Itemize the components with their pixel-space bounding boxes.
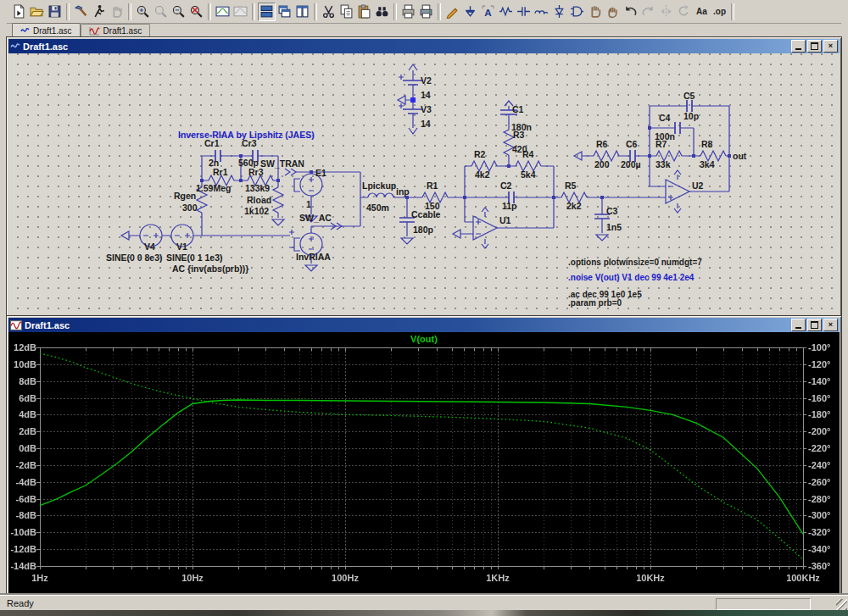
copy-button[interactable] [338, 3, 355, 21]
drag-button[interactable] [604, 3, 622, 21]
inductor-button[interactable] [533, 3, 550, 21]
status-panel [716, 598, 811, 610]
e1-name: E1 [315, 168, 326, 178]
zoom-in-button[interactable] [134, 3, 152, 21]
trace-label[interactable]: V(out) [8, 334, 840, 344]
lpickup-name: Lpickup [362, 180, 396, 191]
diode-button[interactable] [550, 3, 568, 21]
ccable-value: 180p [413, 225, 433, 235]
axis-tick-label: 100KHz [769, 573, 837, 583]
waveform-plot[interactable] [8, 332, 836, 593]
halt-button[interactable] [108, 3, 126, 21]
tile-vertical-button[interactable] [293, 3, 311, 21]
tab-waveform[interactable]: Draft1.asc [81, 24, 151, 37]
v4-name: V4 [144, 241, 155, 252]
open-file-button[interactable] [28, 3, 46, 21]
mirror-icon [659, 4, 673, 19]
print-button[interactable] [417, 3, 435, 21]
toolbar-separator [438, 3, 441, 20]
print-preview-button[interactable] [399, 3, 417, 21]
component-button[interactable] [568, 3, 586, 21]
component-u2[interactable] [666, 180, 689, 203]
schematic-canvas[interactable]: Inverse-RIAA by Lipshitz (JAES) V2 14 V3… [8, 53, 840, 314]
save-button[interactable] [46, 3, 64, 21]
selected-node-marker[interactable] [410, 97, 416, 103]
pencil-icon [445, 4, 460, 19]
undo-button[interactable] [622, 3, 639, 21]
zoom-back-button[interactable] [152, 3, 170, 21]
text-icon: Aa [696, 8, 707, 16]
rotate-button[interactable] [675, 3, 693, 21]
resize-grip[interactable] [836, 599, 847, 610]
zoom-out-button[interactable] [170, 3, 187, 21]
cascade-windows-button[interactable] [276, 3, 293, 21]
toolbar: A Aa .op [7, 0, 841, 24]
axis-tick-label: -320° [808, 527, 830, 537]
capacitor-plates[interactable] [215, 80, 692, 222]
text-button[interactable]: Aa [693, 3, 711, 21]
net-label-button[interactable]: A [479, 3, 497, 21]
minimize-icon [795, 327, 801, 329]
zoom-in-icon [136, 4, 150, 19]
waveform-tab-icon [89, 26, 100, 36]
waveform-plot-area: V(out) 12dB10dB8dB6dB4dB2dB0dB-2dB-4dB-6… [8, 332, 840, 593]
find-button[interactable] [373, 3, 391, 21]
tile-horizontal-button[interactable] [258, 3, 276, 21]
tab-schematic[interactable]: Draft1.asc [12, 23, 81, 37]
axis-tick-label: 1KHz [464, 573, 532, 583]
axis-tick-label: -12dB [8, 544, 36, 554]
spice-directive-icon: .op [713, 8, 726, 16]
close-button[interactable]: × [823, 40, 838, 53]
move-hand-icon [588, 4, 602, 19]
tile-horizontal-icon [259, 4, 274, 19]
toolbar-separator [128, 3, 131, 20]
v2-value: 14 [421, 90, 431, 100]
r4-value: 5k4 [521, 169, 536, 180]
component-u1[interactable] [473, 216, 497, 240]
ground-button[interactable] [461, 3, 479, 21]
move-button[interactable] [586, 3, 604, 21]
new-schematic-button[interactable] [10, 3, 28, 21]
ltspice-window: A Aa .op Draft1.asc Draft1.asc Draft1.as… [0, 0, 848, 616]
scissors-icon [321, 4, 336, 19]
spice-directive-button[interactable]: .op [711, 3, 728, 21]
capacitor-button[interactable] [515, 3, 533, 21]
waveform-window: Draft1.asc × V(out) 12dB10dB8dB6dB4dB2dB… [7, 316, 841, 595]
rgen-name: Rgen [174, 191, 196, 201]
wire-button[interactable] [444, 3, 461, 21]
component-rload[interactable] [273, 187, 283, 213]
zoom-back-icon [153, 4, 168, 19]
c3-value: 1n5 [606, 222, 622, 232]
run-button[interactable] [90, 3, 108, 21]
schematic-window-titlebar[interactable]: Draft1.asc × [8, 39, 840, 53]
minimize-button[interactable] [791, 40, 806, 53]
paste-button[interactable] [355, 3, 373, 21]
axis-tick-label: -360° [808, 561, 830, 571]
minimize-button[interactable] [791, 319, 806, 331]
mirror-button[interactable] [657, 3, 675, 21]
waveform-window-titlebar[interactable]: Draft1.asc × [8, 318, 840, 332]
close-button[interactable]: × [823, 319, 838, 331]
autorange-y-axis-button[interactable] [214, 3, 232, 21]
paste-clipboard-icon [357, 4, 371, 19]
r5-value: 2k2 [566, 201, 582, 211]
resistors[interactable] [197, 130, 726, 213]
c5-name: C5 [683, 91, 695, 101]
restore-button[interactable] [807, 319, 822, 331]
running-man-icon [92, 4, 106, 19]
drag-hand-icon [605, 4, 620, 19]
axis-tick-label: -10dB [8, 527, 36, 537]
plot-settings-button[interactable] [232, 3, 249, 21]
resistor-button[interactable] [497, 3, 515, 21]
axis-tick-label: -340° [808, 544, 830, 554]
r7-value: 33k [656, 159, 671, 169]
ground-icon [463, 4, 477, 19]
ccable-name: Ccable [411, 209, 441, 219]
component-lpickup[interactable] [368, 193, 393, 197]
cut-button[interactable] [320, 3, 338, 21]
control-panel-button[interactable] [72, 3, 90, 21]
halt-hand-icon [109, 4, 124, 19]
restore-button[interactable] [807, 40, 822, 53]
zoom-full-extents-button[interactable] [187, 3, 205, 21]
redo-button[interactable] [639, 3, 657, 21]
